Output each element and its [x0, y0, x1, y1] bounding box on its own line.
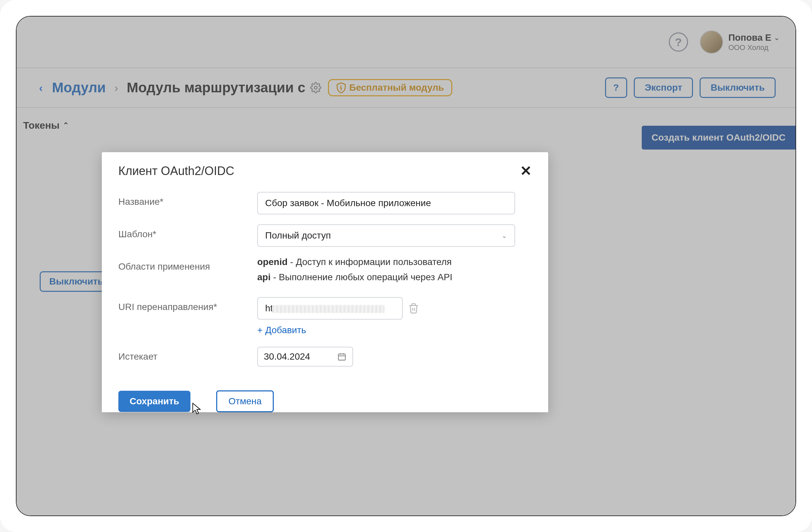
expires-date-input[interactable]: 30.04.2024: [257, 347, 353, 367]
add-uri-link[interactable]: + Добавить: [257, 325, 306, 335]
label-name: Название*: [118, 192, 257, 207]
redirect-uri-input[interactable]: ht: [257, 297, 403, 320]
label-template: Шаблон*: [118, 224, 257, 239]
chevron-down-icon: ⌄: [502, 232, 507, 239]
close-icon[interactable]: ✕: [520, 164, 532, 178]
expires-value: 30.04.2024: [264, 351, 310, 362]
trash-icon[interactable]: [408, 302, 419, 314]
scope-api: api - Выполнение любых операций через AP…: [257, 272, 532, 282]
redirect-uri-prefix: ht: [265, 303, 273, 313]
save-button[interactable]: Сохранить: [118, 391, 190, 412]
cancel-button[interactable]: Отмена: [216, 390, 274, 412]
oauth-client-modal: Клиент OAuth2/OIDC ✕ Название* Шаблон* П…: [102, 152, 548, 412]
name-input[interactable]: [257, 192, 515, 214]
template-select[interactable]: Полный доступ ⌄: [257, 224, 515, 247]
calendar-icon: [337, 352, 347, 361]
label-scopes: Области применения: [118, 257, 257, 272]
modal-title: Клиент OAuth2/OIDC: [118, 164, 234, 178]
scope-openid: openid - Доступ к информации пользовател…: [257, 257, 532, 267]
template-value: Полный доступ: [265, 230, 331, 241]
app-background: ? Попова Е ⌄ ООО Холод ‹ Модули: [16, 16, 796, 516]
redacted-uri: [272, 305, 385, 313]
label-redirect-uri: URI перенаправления*: [118, 297, 257, 312]
cursor-icon: [191, 402, 201, 415]
svg-rect-3: [338, 354, 346, 360]
label-expires: Истекает: [118, 347, 257, 362]
